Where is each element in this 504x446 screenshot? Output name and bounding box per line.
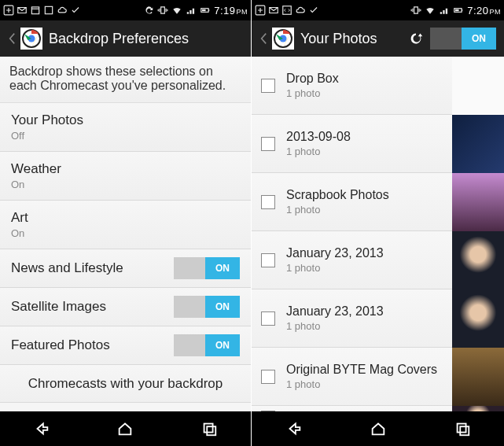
album-row[interactable]: Original BYTE Mag Covers1 photo	[252, 348, 504, 406]
pref-title: Your Photos	[11, 112, 240, 128]
svg-rect-15	[455, 9, 459, 11]
plus-icon	[3, 5, 14, 16]
checkbox[interactable]	[261, 137, 275, 151]
checkbox[interactable]	[261, 311, 275, 326]
album-sub: 1 photo	[286, 204, 452, 216]
checkbox[interactable]	[261, 370, 275, 384]
toggle-knob: ON	[205, 334, 240, 356]
nav-home[interactable]	[336, 411, 420, 446]
statusbar: 7:19PM	[0, 0, 251, 20]
actionbar: Your Photos ON	[252, 20, 504, 57]
pref-art[interactable]: Art On	[0, 201, 251, 249]
pref-your-photos[interactable]: Your Photos Off	[0, 103, 251, 152]
album-title: Scrapbook Photos	[286, 188, 452, 202]
album-row[interactable]: Scrapbook Photos1 photo	[252, 173, 504, 231]
album-title: January 23, 2013	[286, 304, 452, 319]
pref-title: News and Lifestyle	[11, 260, 123, 276]
svg-rect-10	[207, 426, 215, 435]
battery-icon	[200, 5, 211, 16]
svg-rect-1	[31, 7, 39, 14]
toggle-knob: ON	[205, 296, 240, 318]
album-list[interactable]: Drop Box1 photo 2013-09-081 photo Scrapb…	[252, 57, 504, 411]
svg-rect-5	[202, 9, 206, 11]
intro-text: Backdrop shows these selections on each …	[0, 57, 251, 103]
svg-rect-9	[204, 424, 212, 433]
album-row[interactable]: Drop Box1 photo	[252, 57, 504, 115]
chrome-icon[interactable]	[272, 28, 294, 50]
master-toggle[interactable]: ON	[430, 28, 496, 50]
toggle-knob: ON	[205, 257, 240, 279]
album-thumbnail	[452, 57, 504, 115]
album-thumbnail	[452, 289, 504, 348]
album-row[interactable]: June 30, 2011	[252, 406, 504, 411]
nav-recent[interactable]	[167, 411, 251, 446]
page-title: Your Photos	[300, 31, 377, 47]
album-thumbnail	[452, 115, 504, 173]
phone-right: 7:20PM Your Photos ON Drop Box1 photo 20…	[252, 0, 504, 446]
pref-title: Chromecasts with your backdrop	[28, 376, 223, 392]
status-icons-left	[255, 5, 319, 16]
back-icon[interactable]	[256, 32, 270, 45]
toggle-switch[interactable]: ON	[174, 334, 240, 356]
svg-rect-20	[460, 426, 469, 435]
album-title: Original BYTE Mag Covers	[286, 363, 452, 377]
album-sub: 1 photo	[286, 146, 452, 157]
signal-icon	[186, 5, 197, 16]
toggle-switch[interactable]: ON	[174, 296, 240, 318]
vibrate-icon	[410, 5, 421, 16]
album-sub: 1 photo	[286, 320, 452, 332]
status-icons-left	[3, 5, 81, 16]
calendar-icon	[30, 5, 41, 16]
pref-weather[interactable]: Weather On	[0, 152, 251, 201]
pref-chromecasts[interactable]: Chromecasts with your backdrop	[0, 365, 251, 403]
toggle-switch[interactable]: ON	[174, 257, 240, 279]
album-row[interactable]: January 23, 20131 photo	[252, 289, 504, 348]
pref-title: Satellite Images	[11, 299, 106, 315]
checkbox[interactable]	[261, 79, 275, 93]
cloud-icon	[57, 5, 68, 16]
checkbox[interactable]	[261, 195, 275, 209]
box-icon	[43, 5, 54, 16]
pref-title: Art	[11, 210, 240, 226]
svg-rect-19	[457, 424, 465, 433]
actionbar: Backdrop Preferences	[0, 20, 251, 57]
sync-icon	[143, 5, 154, 16]
cloud-icon	[295, 5, 306, 16]
signal-icon	[439, 5, 450, 16]
pref-featured[interactable]: Featured Photos ON	[0, 326, 251, 365]
album-sub: 1 photo	[286, 378, 452, 390]
back-icon[interactable]	[5, 32, 19, 45]
nav-recent[interactable]	[420, 411, 504, 446]
mail-icon	[268, 5, 279, 16]
dev-icon	[281, 5, 292, 16]
battery-icon	[453, 5, 464, 16]
album-thumbnail	[452, 348, 504, 406]
album-title: January 23, 2013	[286, 246, 452, 260]
checkbox[interactable]	[261, 253, 275, 267]
pref-satellite[interactable]: Satellite Images ON	[0, 288, 251, 326]
navbar	[252, 411, 504, 446]
refresh-icon[interactable]	[402, 24, 430, 53]
mail-icon	[17, 5, 28, 16]
navbar	[0, 411, 251, 446]
pref-sub: On	[11, 227, 240, 239]
album-row[interactable]: 2013-09-081 photo	[252, 115, 504, 173]
wifi-icon	[171, 5, 182, 16]
pref-news[interactable]: News and Lifestyle ON	[0, 249, 251, 288]
phone-left: 7:19PM Backdrop Preferences Backdrop sho…	[0, 0, 252, 446]
pref-sub: On	[11, 179, 240, 190]
check-icon	[70, 5, 81, 16]
statusbar: 7:20PM	[252, 0, 504, 20]
nav-home[interactable]	[83, 411, 167, 446]
wifi-icon	[425, 5, 436, 16]
album-sub: 1 photo	[286, 262, 452, 274]
svg-rect-14	[462, 9, 462, 11]
pref-title: Featured Photos	[11, 337, 110, 353]
nav-back[interactable]	[0, 411, 83, 446]
album-row[interactable]: January 23, 20131 photo	[252, 231, 504, 289]
svg-rect-2	[45, 6, 52, 13]
nav-back[interactable]	[252, 411, 336, 446]
status-icons-right: 7:19PM	[143, 5, 248, 17]
status-clock: 7:20PM	[467, 5, 501, 17]
chrome-icon[interactable]	[20, 28, 42, 50]
